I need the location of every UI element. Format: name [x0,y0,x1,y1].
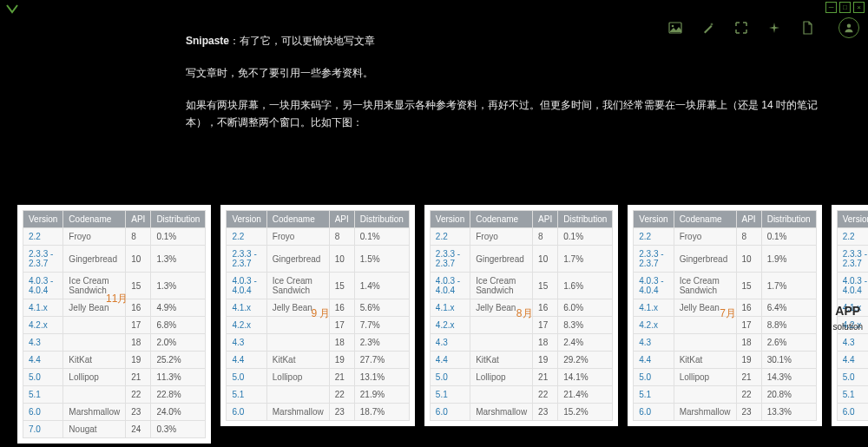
cell-codename [63,317,126,334]
cell-codename: Lollipop [63,369,126,386]
cell-api: 18 [533,334,558,352]
cell-api: 23 [126,404,151,421]
cell-version: 5.0 [634,369,674,386]
close-button[interactable]: × [853,2,865,13]
cell-codename [63,386,126,404]
table-row: 4.0.3 - 4.0.4Ice Cream Sandwich151.7% [634,273,816,299]
table-row: 5.0Lollipop2111.3% [23,369,206,386]
minimize-button[interactable]: ─ [825,2,837,13]
cell-version: 5.0 [23,369,63,386]
cell-api: 8 [329,228,354,246]
cell-api: 15 [329,273,354,299]
cell-version: 2.3.3 - 2.3.7 [23,246,63,273]
cell-version: 5.0 [227,369,266,386]
cell-codename: Ice Cream Sandwich [470,273,533,299]
cell-api: 23 [533,404,558,421]
cell-codename: Ice Cream Sandwich [266,273,329,299]
cell-api: 19 [329,352,354,369]
cell-codename: Gingerbread [266,246,329,273]
cell-version: 5.1 [837,386,868,404]
distribution-table-card: VersionCodenameAPIDistribution2.2Froyo80… [220,205,414,426]
table-row: 4.2.x178.3% [430,317,612,334]
cell-distribution: 13.3% [761,404,816,421]
cell-distribution: 1.3% [151,246,206,273]
table-header: Codename [63,211,126,228]
cell-version: 4.3 [634,334,674,352]
cell-distribution: 21.9% [354,386,409,404]
cell-api: 17 [736,317,761,334]
table-row: 4.2.x179.4% [837,317,868,334]
cell-version: 2.2 [634,228,674,246]
cell-codename: Froyo [674,228,736,246]
table-header: Version [23,211,63,228]
article-line-2: 写文章时，免不了要引用一些参考资料。 [186,65,819,82]
cell-api: 22 [533,386,558,404]
cell-version: 4.4 [430,352,470,369]
cell-distribution: 30.1% [761,352,816,369]
cell-version: 5.1 [634,386,674,404]
distribution-table-card: VersionCodenameAPIDistribution2.2Froyo80… [628,205,821,426]
cell-distribution: 22.8% [151,386,206,404]
cell-distribution: 24.0% [151,404,206,421]
table-row: 6.0Marshmallow2313.3% [634,404,816,421]
table-row: 5.12222.8% [23,386,206,404]
cell-version: 4.1.x [634,299,674,317]
cell-version: 4.3 [23,334,63,352]
table-row: 4.3182.4% [430,334,612,352]
cell-version: 4.4 [227,352,266,369]
table-header: Version [430,211,470,228]
app-logo-icon [5,3,19,16]
cell-api: 15 [126,273,151,299]
cell-api: 21 [329,369,354,386]
cell-api: 18 [126,334,151,352]
article-body: Snipaste：有了它，可以更愉快地写文章 写文章时，免不了要引用一些参考资料… [186,33,819,147]
cell-api: 16 [533,299,558,317]
cell-distribution: 18.7% [354,404,409,421]
table-row: 6.0Marshmallow2324.0% [23,404,206,421]
table-header: Version [634,211,674,228]
cell-codename: Marshmallow [63,404,126,421]
cell-distribution: 11.3% [151,369,206,386]
user-avatar[interactable] [838,17,859,38]
table-row: 5.12221.4% [430,386,612,404]
cell-distribution: 2.3% [354,334,409,352]
table-row: 2.3.3 - 2.3.7Gingerbread101.7% [430,246,612,273]
table-row: 2.2Froyo80.1% [430,228,612,246]
cell-distribution: 0.1% [558,228,613,246]
table-row: 4.4KitKat1931.6% [837,352,868,369]
cell-version: 4.0.3 - 4.0.4 [23,273,63,299]
cell-codename: KitKat [470,352,533,369]
table-header: API [533,211,558,228]
cell-codename: Jelly Bean [63,299,126,317]
cell-api: 15 [533,273,558,299]
cell-api: 23 [329,404,354,421]
cell-api: 21 [126,369,151,386]
table-row: 4.0.3 - 4.0.4Ice Cream Sandwich151.3% [23,273,206,299]
cell-distribution: 6.4% [761,299,816,317]
window-controls: ─ □ × [825,2,865,13]
table-row: 2.3.3 - 2.3.7Gingerbread101.3% [23,246,206,273]
table-row: 4.4KitKat1927.7% [227,352,409,369]
table-row: 4.1.xJelly Bean166.8% [837,299,868,317]
cell-distribution: 7.7% [354,317,409,334]
cell-codename: Ice Cream Sandwich [674,273,736,299]
cell-version: 4.3 [837,334,868,352]
distribution-table: VersionCodenameAPIDistribution2.2Froyo80… [837,210,868,421]
cell-distribution: 8.3% [558,317,613,334]
table-row: 4.0.3 - 4.0.4Ice Cream Sandwich151.4% [227,273,409,299]
cell-api: 21 [533,369,558,386]
cell-distribution: 1.3% [151,273,206,299]
cell-api: 8 [736,228,761,246]
table-header: API [736,211,761,228]
cell-codename [470,386,533,404]
cell-version: 4.2.x [837,317,868,334]
table-header: Distribution [151,211,206,228]
cell-version: 4.1.x [227,299,266,317]
cell-distribution: 21.4% [558,386,613,404]
table-row: 6.0Marshmallow2315.2% [430,404,612,421]
table-row: 2.2Froyo80.1% [23,228,206,246]
maximize-button[interactable]: □ [839,2,851,13]
cell-distribution: 1.9% [761,246,816,273]
cell-version: 4.0.3 - 4.0.4 [227,273,266,299]
cell-codename: Jelly Bean [470,299,533,317]
